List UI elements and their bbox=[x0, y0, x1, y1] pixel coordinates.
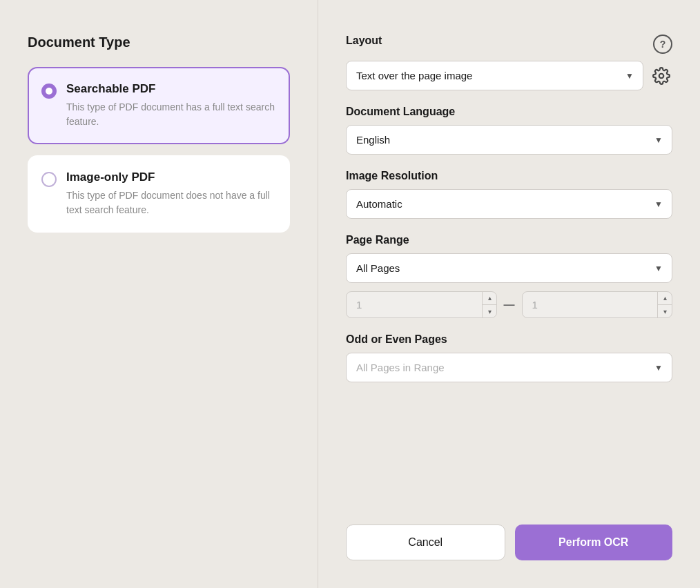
document-language-label: Document Language bbox=[346, 106, 672, 118]
page-range-select-wrapper: All Pages Custom Range ▼ bbox=[346, 253, 672, 283]
page-range-select[interactable]: All Pages Custom Range bbox=[346, 253, 672, 283]
odd-even-group: Odd or Even Pages All Pages in Range Odd… bbox=[346, 333, 672, 382]
resolution-select-wrapper: Automatic 75 DPI 150 DPI 300 DPI 600 DPI… bbox=[346, 189, 672, 219]
page-range-inputs-row: ▴ ▾ — ▴ ▾ bbox=[346, 291, 672, 318]
image-only-pdf-radio[interactable] bbox=[41, 172, 57, 187]
layout-row: Text over the page image Text below the … bbox=[346, 61, 672, 90]
page-from-wrapper: ▴ ▾ bbox=[346, 291, 497, 318]
right-panel: Layout ? Text over the page image Text b… bbox=[318, 0, 700, 588]
language-select[interactable]: English French German Spanish Japanese C… bbox=[346, 125, 672, 155]
page-range-dash: — bbox=[504, 299, 515, 311]
page-from-input[interactable] bbox=[346, 291, 497, 318]
radio-inner-dot bbox=[46, 88, 52, 95]
resolution-select[interactable]: Automatic 75 DPI 150 DPI 300 DPI 600 DPI bbox=[346, 189, 672, 219]
svg-point-0 bbox=[659, 73, 664, 78]
layout-group: Layout ? Text over the page image Text b… bbox=[346, 35, 672, 90]
odd-even-select-wrapper: All Pages in Range Odd Pages Only Even P… bbox=[346, 353, 672, 382]
document-language-group: Document Language English French German … bbox=[346, 106, 672, 155]
cancel-button[interactable]: Cancel bbox=[346, 525, 505, 560]
language-select-wrapper: English French German Spanish Japanese C… bbox=[346, 125, 672, 155]
odd-even-select[interactable]: All Pages in Range Odd Pages Only Even P… bbox=[346, 353, 672, 382]
layout-header: Layout ? bbox=[346, 35, 672, 54]
document-type-title: Document Type bbox=[28, 35, 290, 50]
searchable-pdf-content: Searchable PDF This type of PDF document… bbox=[66, 82, 275, 129]
image-resolution-group: Image Resolution Automatic 75 DPI 150 DP… bbox=[346, 170, 672, 219]
help-icon[interactable]: ? bbox=[653, 35, 672, 54]
layout-select-wrapper: Text over the page image Text below the … bbox=[346, 61, 643, 90]
page-to-decrement-button[interactable]: ▾ bbox=[658, 305, 672, 318]
searchable-pdf-radio[interactable] bbox=[41, 84, 57, 99]
image-only-pdf-desc: This type of PDF document does not have … bbox=[66, 188, 275, 217]
searchable-pdf-desc: This type of PDF document has a full tex… bbox=[66, 100, 275, 129]
left-panel: Document Type Searchable PDF This type o… bbox=[0, 0, 318, 588]
bottom-buttons-row: Cancel Perform OCR bbox=[346, 511, 672, 560]
page-from-increment-button[interactable]: ▴ bbox=[483, 291, 497, 305]
layout-label: Layout bbox=[346, 35, 382, 47]
page-to-stepper-buttons: ▴ ▾ bbox=[657, 291, 672, 318]
page-to-increment-button[interactable]: ▴ bbox=[658, 291, 672, 305]
searchable-pdf-card[interactable]: Searchable PDF This type of PDF document… bbox=[28, 67, 290, 144]
odd-even-label: Odd or Even Pages bbox=[346, 333, 672, 346]
page-to-wrapper: ▴ ▾ bbox=[522, 291, 673, 318]
page-to-input[interactable] bbox=[522, 291, 673, 318]
page-from-stepper-buttons: ▴ ▾ bbox=[482, 291, 497, 318]
page-from-decrement-button[interactable]: ▾ bbox=[483, 305, 497, 318]
page-range-label: Page Range bbox=[346, 234, 672, 246]
image-only-pdf-title: Image-only PDF bbox=[66, 170, 275, 184]
image-only-pdf-card[interactable]: Image-only PDF This type of PDF document… bbox=[28, 155, 290, 233]
perform-ocr-button[interactable]: Perform OCR bbox=[515, 525, 673, 560]
page-range-group: Page Range All Pages Custom Range ▼ ▴ ▾ … bbox=[346, 234, 672, 318]
layout-select[interactable]: Text over the page image Text below the … bbox=[346, 61, 643, 90]
image-resolution-label: Image Resolution bbox=[346, 170, 672, 182]
image-only-pdf-content: Image-only PDF This type of PDF document… bbox=[66, 170, 275, 217]
gear-icon[interactable] bbox=[650, 65, 672, 87]
searchable-pdf-title: Searchable PDF bbox=[66, 82, 275, 96]
